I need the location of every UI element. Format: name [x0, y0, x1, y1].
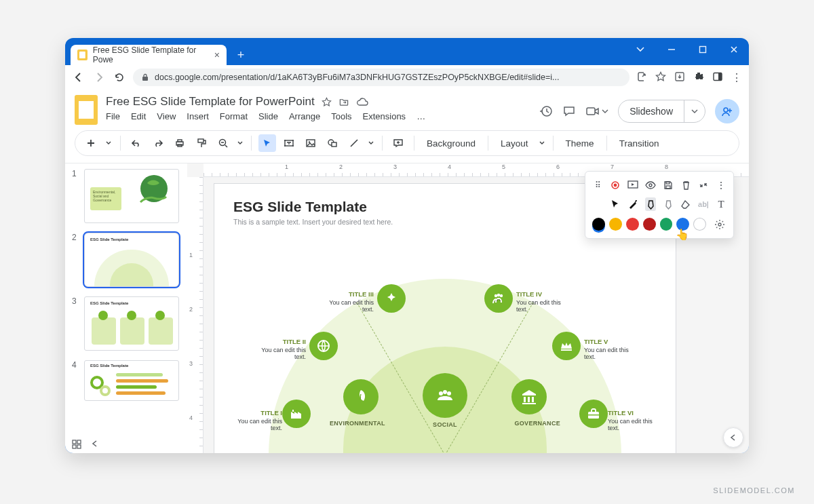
shape-tool-button[interactable]	[324, 134, 341, 152]
menu-extensions[interactable]: Extensions	[363, 111, 406, 121]
nav-back-button[interactable]	[72, 72, 85, 83]
slide-thumbnail-2[interactable]: ESG Slide Template	[84, 233, 179, 287]
highlighter-tool-icon[interactable]	[645, 197, 656, 211]
explore-button[interactable]	[723, 427, 743, 448]
comments-icon[interactable]	[562, 104, 576, 118]
swatch-yellow[interactable]	[609, 218, 622, 231]
node-globe-icon[interactable]	[309, 332, 338, 360]
share-button[interactable]	[715, 99, 739, 123]
move-doc-icon[interactable]	[338, 97, 349, 107]
menu-slide[interactable]: Slide	[258, 111, 278, 121]
slides-logo-icon[interactable]	[75, 95, 98, 125]
select-tool-button[interactable]	[258, 134, 276, 152]
redo-button[interactable]	[149, 134, 167, 152]
node-t1[interactable]: TITLE IYou can edit this text.	[235, 409, 282, 431]
eraser-tool-icon[interactable]	[680, 197, 691, 211]
swatch-darkred[interactable]	[643, 218, 656, 231]
menu-file[interactable]: File	[106, 111, 120, 121]
layout-button[interactable]: Layout	[495, 138, 534, 149]
menu-tools[interactable]: Tools	[331, 111, 351, 121]
node-people-icon[interactable]	[484, 284, 513, 313]
tab-close-icon[interactable]: ×	[214, 50, 220, 60]
swatch-blue[interactable]	[676, 218, 689, 231]
pen-tool-icon[interactable]	[663, 197, 674, 211]
meet-present-button[interactable]	[585, 104, 608, 118]
slide-thumbnail-4[interactable]: ESG Slide Template	[84, 360, 179, 401]
paint-format-button[interactable]	[193, 134, 210, 152]
swatch-settings-icon[interactable]	[713, 218, 726, 231]
slide-thumbnail-1[interactable]: Environmental, Social and Governance	[84, 169, 179, 223]
node-crown-icon[interactable]	[552, 332, 581, 360]
node-t6[interactable]: TITLE VIYou can edit this text.	[608, 409, 655, 431]
swatch-black[interactable]	[592, 218, 605, 231]
laser-pointer-icon[interactable]	[627, 197, 638, 211]
layout-dropdown[interactable]	[538, 134, 546, 152]
slide-thumbnail-3[interactable]: ESG Slide Template	[84, 296, 179, 351]
visibility-icon[interactable]	[645, 178, 656, 192]
nav-forward-button[interactable]	[92, 72, 106, 83]
node-t4[interactable]: TITLE IVYou can edit this text.	[516, 290, 564, 313]
theme-button[interactable]: Theme	[560, 138, 600, 149]
undo-button[interactable]	[128, 134, 145, 152]
collapse-icon[interactable]	[698, 178, 709, 192]
node-briefcase-icon[interactable]	[579, 400, 608, 428]
menu-more[interactable]: …	[416, 111, 425, 121]
menu-insert[interactable]: Insert	[187, 111, 209, 121]
textbox-tool-button[interactable]	[280, 134, 298, 152]
zoom-button[interactable]	[214, 134, 232, 152]
chrome-menu-icon[interactable]: ⋮	[731, 71, 742, 84]
filmstrip-collapse-icon[interactable]	[91, 440, 99, 449]
print-button[interactable]	[171, 134, 189, 152]
menu-format[interactable]: Format	[220, 111, 248, 121]
pointer-tools-panel[interactable]: ⠿ ⋮ ab| T	[585, 171, 734, 239]
panel-more-icon[interactable]: ⋮	[716, 178, 726, 192]
swatch-white[interactable]	[693, 218, 706, 231]
menu-edit[interactable]: Edit	[131, 111, 146, 121]
new-slide-dropdown[interactable]	[104, 134, 113, 152]
slideshow-dropdown[interactable]	[684, 100, 705, 122]
line-dropdown[interactable]	[367, 134, 375, 152]
slideshow-button[interactable]: Slideshow	[618, 100, 705, 123]
node-t3[interactable]: TITLE IIIYou can edit this text.	[326, 290, 374, 313]
background-button[interactable]: Background	[421, 138, 481, 149]
swatch-red[interactable]	[626, 218, 639, 231]
cursor-tool-icon[interactable]	[610, 197, 621, 211]
environmental-circle[interactable]	[343, 379, 379, 414]
record-icon[interactable]	[610, 178, 621, 192]
address-bar[interactable]: docs.google.com/presentation/d/1aKA6T3yB…	[133, 69, 629, 86]
chevron-down-icon[interactable]	[631, 42, 650, 57]
menu-arrange[interactable]: Arrange	[289, 111, 320, 121]
install-app-icon[interactable]	[674, 71, 685, 84]
comment-add-button[interactable]	[389, 134, 407, 152]
governance-circle[interactable]	[511, 379, 547, 414]
share-url-icon[interactable]	[636, 71, 647, 84]
node-hands-icon[interactable]	[377, 284, 406, 313]
browser-tab[interactable]: Free ESG Slide Template for Powe ×	[71, 45, 227, 65]
node-factory-icon[interactable]	[282, 400, 311, 428]
play-on-screen-icon[interactable]	[627, 178, 638, 192]
version-history-icon[interactable]	[539, 104, 553, 118]
star-doc-icon[interactable]	[322, 97, 332, 107]
side-panel-icon[interactable]	[712, 71, 723, 84]
center-social-icon[interactable]	[423, 373, 467, 418]
save-icon[interactable]	[663, 178, 674, 192]
text-highlight-icon[interactable]: ab|	[698, 197, 709, 211]
line-tool-button[interactable]	[345, 134, 363, 152]
trash-icon[interactable]	[680, 178, 691, 192]
cloud-status-icon[interactable]	[356, 97, 368, 107]
swatch-green[interactable]	[660, 218, 673, 231]
drag-handle-icon[interactable]: ⠿	[592, 178, 603, 192]
window-close-button[interactable]	[724, 42, 743, 57]
image-tool-button[interactable]	[302, 134, 319, 152]
doc-title[interactable]: Free ESG Slide Template for PowerPoint	[106, 95, 315, 109]
new-slide-button[interactable]	[82, 134, 100, 152]
zoom-dropdown[interactable]	[236, 134, 244, 152]
window-maximize-button[interactable]	[693, 42, 712, 57]
new-tab-button[interactable]: +	[232, 46, 250, 64]
nav-reload-button[interactable]	[113, 72, 126, 83]
grid-view-icon[interactable]	[72, 440, 81, 449]
text-tool-icon[interactable]: T	[716, 197, 726, 211]
menu-view[interactable]: View	[157, 111, 176, 121]
window-minimize-button[interactable]	[662, 42, 681, 57]
node-t5[interactable]: TITLE VYou can edit this text.	[584, 338, 632, 360]
